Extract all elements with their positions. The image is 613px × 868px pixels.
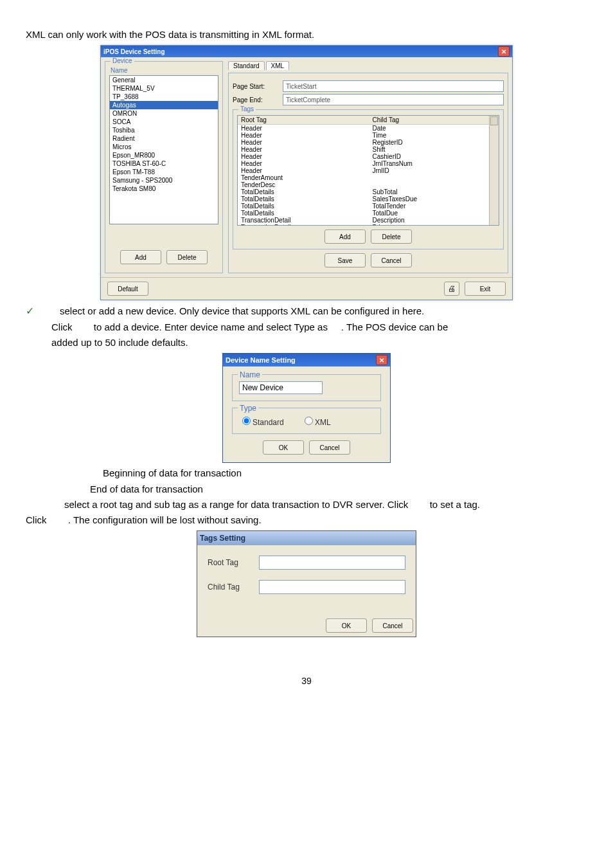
device-add-button[interactable]: Add [120, 250, 161, 264]
device-list-item[interactable]: General [110, 76, 218, 84]
page-start-desc: Beginning of data for transaction [103, 467, 587, 480]
root-tag-label: Root Tag [208, 558, 259, 567]
table-row[interactable]: TotalDetailsSubTotal [238, 188, 499, 195]
name-column-header: Name [109, 67, 218, 75]
xml-tab-panel: Page Start: TicketStart Page End: Ticket… [228, 73, 508, 273]
col-child-tag: Child Tag [369, 116, 499, 125]
device-list-item[interactable]: Micros [110, 143, 218, 151]
printer-icon[interactable]: 🖨 [444, 282, 459, 296]
type-group-label: Type [238, 404, 258, 413]
ipos-device-setting-dialog: iPOS Device Setting ✕ Device Name Genera… [100, 45, 513, 300]
device-list-item[interactable]: TOSHIBA ST-60-C [110, 159, 218, 168]
table-row[interactable]: TransactionDetailDescription [238, 217, 499, 224]
tags-group: Tags Root Tag Child Tag He [233, 109, 504, 249]
device-name-input[interactable] [239, 381, 323, 394]
page-end-desc: End of data for transaction [90, 483, 587, 496]
ok-button[interactable]: OK [326, 619, 367, 633]
root-tag-input[interactable] [259, 556, 405, 570]
click-save-text: Click . The configuration will be lost w… [26, 514, 587, 527]
device-list-item[interactable]: Radient [110, 134, 218, 143]
tags-delete-button[interactable]: Delete [371, 230, 412, 244]
table-row[interactable]: HeaderShift [238, 146, 499, 153]
table-row[interactable]: TransactionDetailPrice [238, 224, 499, 226]
device-list[interactable]: GeneralTHERMAL_5VTP_3688AutogasOMRONSOCA… [109, 75, 218, 224]
cancel-button[interactable]: Cancel [371, 253, 412, 267]
table-row[interactable]: HeaderJrnlTransNum [238, 160, 499, 167]
device-name-setting-dialog: Device Name Setting ✕ Name Type Standard… [222, 353, 391, 463]
name-group-label: Name [238, 370, 262, 379]
page-end-label: Page End: [233, 96, 278, 104]
device-list-item[interactable]: THERMAL_5V [110, 84, 218, 93]
device-list-item[interactable]: TP_3688 [110, 93, 218, 101]
page-end-field[interactable]: TicketComplete [283, 94, 504, 105]
device-instruction-text: ✓select or add a new device. Only device… [26, 304, 587, 318]
ipos-footer: Default 🖨 Exit [101, 277, 512, 300]
page-start-field[interactable]: TicketStart [283, 80, 504, 92]
radio-standard[interactable]: Standard [239, 418, 284, 427]
table-row[interactable]: HeaderTime [238, 132, 499, 139]
default-button[interactable]: Default [107, 282, 148, 296]
device-delete-button[interactable]: Delete [166, 250, 208, 264]
click-add-text: Click to add a device. Enter device name… [51, 321, 587, 334]
close-icon[interactable]: ✕ [376, 355, 387, 365]
added-upto-text: added up to 50 include defaults. [51, 336, 587, 349]
tab-standard[interactable]: Standard [228, 61, 265, 70]
tab-xml[interactable]: XML [266, 61, 290, 70]
table-row[interactable]: HeaderRegisterID [238, 139, 499, 146]
col-root-tag: Root Tag [238, 116, 369, 125]
tags-table[interactable]: Root Tag Child Tag HeaderDateHeaderTimeH… [237, 115, 499, 226]
tags-titlebar: Tags Setting [197, 531, 416, 545]
device-list-item[interactable]: Terakota SM80 [110, 185, 218, 193]
ipos-title: iPOS Device Setting [103, 48, 498, 55]
device-list-item[interactable]: Epson_MR800 [110, 151, 218, 159]
tab-bar: Standard XML [228, 61, 508, 70]
tags-setting-dialog: Tags Setting Root Tag Child Tag OK Cance… [197, 530, 416, 637]
device-list-item[interactable]: Epson TM-T88 [110, 168, 218, 176]
tags-instruction-text: select a root tag and sub tag as a range… [64, 498, 587, 511]
device-group: Device Name GeneralTHERMAL_5VTP_3688Auto… [105, 61, 223, 273]
ipos-titlebar: iPOS Device Setting ✕ [101, 46, 512, 57]
table-row[interactable]: HeaderCashierID [238, 153, 499, 160]
tags-add-button[interactable]: Add [324, 230, 366, 244]
devname-title: Device Name Setting [226, 356, 376, 364]
device-list-item[interactable]: SOCA [110, 118, 218, 126]
table-row[interactable]: TotalDetailsTotalDue [238, 210, 499, 217]
child-tag-input[interactable] [259, 580, 405, 594]
device-list-item[interactable]: Autogas [110, 101, 218, 109]
type-group: Type Standard XML [232, 408, 381, 434]
table-row[interactable]: HeaderJrnlID [238, 167, 499, 174]
device-list-item[interactable]: Toshiba [110, 126, 218, 134]
scrollbar[interactable] [489, 116, 499, 225]
child-tag-label: Child Tag [208, 583, 259, 592]
tags-title: Tags Setting [200, 534, 413, 543]
radio-xml[interactable]: XML [301, 418, 331, 427]
tags-group-label: Tags [238, 105, 256, 113]
table-row[interactable]: TenderDesc [238, 181, 499, 188]
page-start-label: Page Start: [233, 83, 278, 90]
xml-intro-text: XML can only work with the POS data is t… [26, 28, 587, 41]
device-list-item[interactable]: Samsung - SPS2000 [110, 176, 218, 185]
name-group: Name [232, 374, 381, 401]
page-number: 39 [26, 676, 587, 686]
checkmark-icon: ✓ [26, 305, 34, 316]
device-group-label: Device [111, 57, 134, 64]
table-row[interactable]: HeaderDate [238, 125, 499, 132]
ok-button[interactable]: OK [263, 440, 304, 455]
close-icon[interactable]: ✕ [498, 46, 510, 57]
cancel-button[interactable]: Cancel [372, 619, 413, 633]
table-row[interactable]: TenderAmount [238, 174, 499, 181]
table-row[interactable]: TotalDetailsSalesTaxesDue [238, 195, 499, 203]
devname-titlebar: Device Name Setting ✕ [223, 354, 390, 366]
table-row[interactable]: TotalDetailsTotalTender [238, 203, 499, 210]
device-list-item[interactable]: OMRON [110, 109, 218, 118]
save-button[interactable]: Save [324, 253, 366, 267]
cancel-button[interactable]: Cancel [309, 440, 350, 455]
exit-button[interactable]: Exit [465, 282, 506, 296]
